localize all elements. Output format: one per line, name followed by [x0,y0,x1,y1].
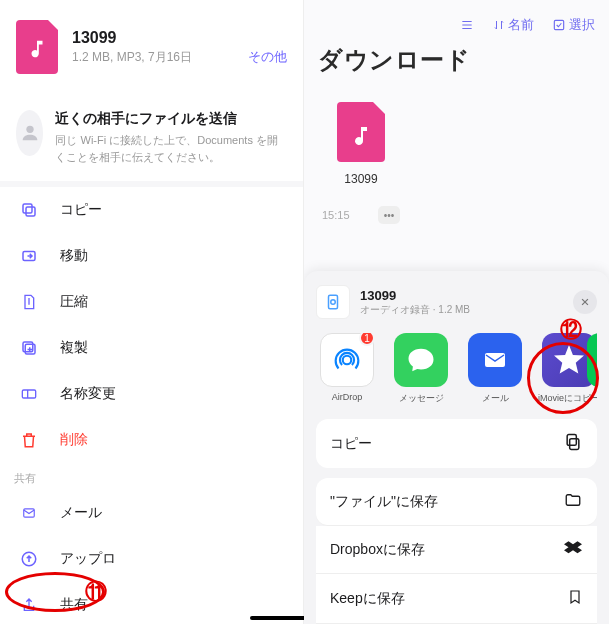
svg-rect-9 [554,20,563,29]
duplicate-icon [18,337,40,359]
menu-move[interactable]: 移動 [0,233,303,279]
menu-label: 削除 [60,431,88,449]
airdrop-icon: 1 [320,333,374,387]
bookmark-icon [567,587,583,610]
mail-icon [18,502,40,524]
menu-label: 複製 [60,339,88,357]
compress-icon [18,291,40,313]
copy-icon [563,432,583,455]
menu-label: 移動 [60,247,88,265]
menu-delete[interactable]: 削除 [0,417,303,463]
app-label: iMovieにコピー [538,392,597,405]
nearby-title: 近くの相手にファイルを送信 [55,110,287,128]
share-menu: メール アップロ 共有 [0,490,303,624]
file-time: 15:15 [322,209,350,221]
page-title: ダウンロード [318,44,595,76]
app-label: AirDrop [316,392,378,402]
file-name: 13099 [318,172,404,186]
extra-app-icon[interactable] [587,333,597,387]
sheet-options-group: "ファイル"に保存 Dropboxに保存 Keepに保存 [316,478,597,624]
avatar-icon [16,110,43,156]
folder-icon [563,491,583,512]
rename-icon [18,383,40,405]
opt-copy[interactable]: コピー [316,419,597,468]
svg-rect-1 [26,207,35,216]
menu-label: 共有 [60,596,88,614]
share-mail[interactable]: メール [0,490,303,536]
file-header: 13099 1.2 MB, MP3, 7月16日 その他 [0,0,303,94]
top-actions: 名前 選択 [318,16,595,34]
menu-compress[interactable]: 圧縮 [0,279,303,325]
opt-save-files[interactable]: "ファイル"に保存 [316,478,597,526]
trash-icon [18,429,40,451]
more-button[interactable]: ••• [378,206,400,224]
menu-duplicate[interactable]: 複製 [0,325,303,371]
share-message[interactable]: メッセージ [390,333,452,405]
share-section-label: 共有 [0,463,303,490]
close-button[interactable] [573,290,597,314]
file-meta: 1.2 MB, MP3, 7月16日 [72,49,192,66]
opt-label: コピー [330,435,372,453]
menu-label: アップロ [60,550,116,568]
opt-label: Keepに保存 [330,590,405,608]
copy-icon [18,199,40,221]
list-view-button[interactable] [459,18,475,32]
menu-label: 圧縮 [60,293,88,311]
svg-point-11 [331,300,336,305]
upload-icon [18,548,40,570]
sort-button[interactable]: 名前 [493,16,534,34]
svg-rect-2 [23,204,32,213]
other-link[interactable]: その他 [248,48,287,66]
airdrop-badge: 1 [359,333,375,346]
share-upload[interactable]: アップロ [0,536,303,582]
svg-point-0 [26,126,33,133]
sheet-options: コピー [316,419,597,468]
file-card[interactable]: 13099 15:15 ••• [318,102,404,224]
share-airdrop[interactable]: 1 AirDrop [316,333,378,405]
app-label: メッセージ [390,392,452,405]
file-title: 13099 [72,29,192,47]
nearby-share-box[interactable]: 近くの相手にファイルを送信 同じ Wi-Fi に接続した上で、Documents… [0,94,303,181]
home-indicator [250,616,305,620]
menu-label: メール [60,504,102,522]
svg-rect-16 [567,435,576,446]
menu-label: コピー [60,201,102,219]
opt-dropbox[interactable]: Dropboxに保存 [316,526,597,574]
share-sheet: 13099 オーディオ録音 · 1.2 MB 1 AirDrop メッセージ [304,271,609,624]
svg-point-12 [343,356,352,365]
share-icon [18,594,40,616]
music-file-icon [16,20,58,74]
nearby-desc: 同じ Wi-Fi に接続した上で、Documents を開くことを相手に伝えてく… [55,132,287,165]
app-label: メール [464,392,526,405]
svg-rect-5 [23,342,33,352]
message-icon [394,333,448,387]
action-menu: コピー 移動 圧縮 複製 名称変更 削除 [0,187,303,463]
menu-rename[interactable]: 名称変更 [0,371,303,417]
svg-rect-13 [485,353,505,367]
select-button[interactable]: 選択 [552,16,595,34]
sheet-file-icon [316,285,350,319]
mail-app-icon [468,333,522,387]
menu-label: 名称変更 [60,385,116,403]
move-icon [18,245,40,267]
sheet-subtitle: オーディオ録音 · 1.2 MB [360,303,470,317]
svg-rect-10 [329,295,338,309]
share-app-row: 1 AirDrop メッセージ メール iMovieにコピー [316,333,597,405]
menu-copy[interactable]: コピー [0,187,303,233]
opt-label: Dropboxに保存 [330,541,425,559]
sort-label: 名前 [508,16,534,34]
svg-rect-6 [22,390,35,398]
svg-rect-15 [570,439,579,450]
share-mail[interactable]: メール [464,333,526,405]
dropbox-icon [563,539,583,560]
select-label: 選択 [569,16,595,34]
opt-label: "ファイル"に保存 [330,493,438,511]
sheet-title: 13099 [360,288,470,303]
svg-marker-14 [554,345,584,374]
music-file-icon [337,102,385,162]
opt-keep[interactable]: Keepに保存 [316,574,597,624]
